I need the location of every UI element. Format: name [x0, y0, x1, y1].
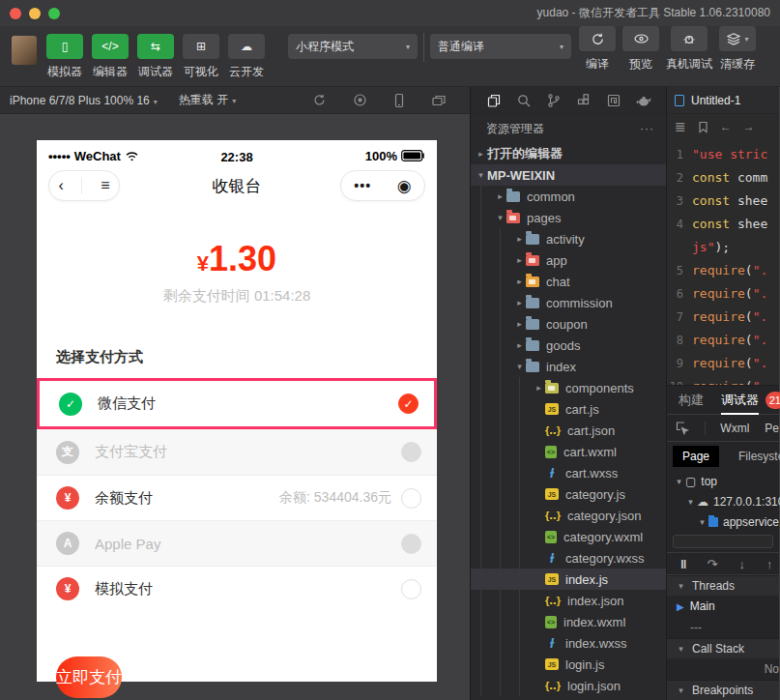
tree-item-MP-WEIXIN[interactable]: ▾MP-WEIXIN [471, 164, 666, 186]
code-line[interactable]: 5require(". [667, 259, 779, 282]
tree-item-index.js[interactable]: JSindex.js [471, 569, 666, 590]
tree-item-cart.json[interactable]: {‥}cart.json [471, 420, 666, 441]
more-actions-icon[interactable]: ··· [640, 122, 654, 135]
tree-item-components[interactable]: ▸components [471, 377, 666, 398]
tree-item-common[interactable]: ▸common [471, 186, 666, 207]
clear-cache-button[interactable]: ▾ 清缓存 [719, 26, 756, 73]
payment-method-row[interactable]: ¥模拟支付 [37, 566, 437, 611]
cloud-dev-button[interactable]: ☁云开发 [228, 34, 265, 80]
npm-panel-icon[interactable] [598, 93, 628, 108]
device-select[interactable]: iPhone 6/7/8 Plus 100% 16▾ [10, 94, 158, 107]
outline-icon[interactable]: ≣ [675, 119, 686, 134]
tree-item-index.wxss[interactable]: Ɨindex.wxss [471, 632, 666, 654]
pause-icon[interactable]: ‖ [680, 557, 685, 571]
tree-item-app[interactable]: ▸app [471, 249, 666, 271]
callstack-section-header[interactable]: ▾Call Stack [667, 638, 779, 658]
tree-item-pages[interactable]: ▾pages [471, 207, 666, 228]
minimize-window-button[interactable] [29, 8, 41, 19]
filter-input[interactable] [673, 535, 773, 548]
tree-item-category.js[interactable]: JScategory.js [471, 483, 666, 505]
code-line[interactable]: 6require(". [667, 282, 779, 306]
tree-item-index[interactable]: ▾index [471, 356, 666, 377]
code-line[interactable]: 9require(". [667, 352, 779, 375]
tab-untitled-1[interactable]: Untitled-1 [691, 94, 740, 107]
tree-item-goods[interactable]: ▸goods [471, 335, 666, 356]
files-icon[interactable] [478, 93, 508, 108]
visualization-button[interactable]: ⊞可视化 [183, 34, 219, 80]
tree-item-chat[interactable]: ▸chat [471, 271, 666, 292]
bookmark-icon[interactable] [698, 121, 708, 133]
subtab-performance[interactable]: Pe [765, 422, 779, 435]
extensions-icon[interactable] [568, 93, 598, 108]
payment-method-row[interactable]: 支支付宝支付 [37, 429, 437, 475]
nav-forward-icon[interactable]: → [743, 120, 755, 133]
refresh-icon[interactable] [312, 93, 327, 107]
tree-item-cart.js[interactable]: JScart.js [471, 398, 666, 420]
preview-button[interactable]: 预览 [622, 26, 659, 73]
step-into-icon[interactable]: ↓ [738, 557, 745, 571]
tree-item-login.js[interactable]: JSlogin.js [471, 654, 666, 675]
close-window-button[interactable] [10, 8, 21, 19]
nav-back-icon[interactable]: ← [720, 120, 732, 133]
code-line[interactable]: 8require(". [667, 329, 779, 352]
tree-item-index.json[interactable]: {‥}index.json [471, 590, 666, 611]
tree-item-打开的编辑器[interactable]: ▸打开的编辑器 [471, 143, 666, 164]
step-over-icon[interactable]: ↷ [707, 557, 717, 571]
payment-method-row[interactable]: ¥余额支付余额: 534404.36元 [37, 475, 437, 520]
compile-mode-select[interactable]: 普通编译 ▾ [430, 34, 571, 59]
pay-now-button[interactable]: 立即支付 [56, 656, 122, 698]
hot-reload-toggle[interactable]: 热重载 开▾ [179, 92, 236, 108]
tree-item-cart.wxml[interactable]: <>cart.wxml [471, 441, 666, 462]
search-icon[interactable] [508, 93, 538, 108]
payment-method-row[interactable]: ✓微信支付✓ [37, 378, 437, 429]
frame-top[interactable]: ▾ ▢ top [667, 471, 779, 491]
radio-unselected[interactable] [401, 488, 421, 509]
mode-select[interactable]: 小程序模式 ▾ [288, 34, 418, 59]
record-icon[interactable] [353, 93, 367, 107]
code-line[interactable]: 2const comm [667, 166, 779, 190]
tab-build[interactable]: 构建 [679, 392, 704, 409]
tree-item-category.json[interactable]: {‥}category.json [471, 505, 666, 526]
radio-selected[interactable]: ✓ [398, 394, 419, 414]
tree-item-index.wxml[interactable]: <>index.wxml [471, 611, 666, 632]
payment-method-row[interactable]: AApple Pay [37, 520, 437, 566]
code-line[interactable]: 1"use stric [667, 143, 779, 166]
tab-debugger[interactable]: 调试器 [721, 392, 759, 415]
tree-item-commission[interactable]: ▸commission [471, 292, 666, 313]
tree-item-category.wxml[interactable]: <>category.wxml [471, 526, 666, 547]
simulator-button[interactable]: ▯模拟器 [46, 34, 83, 80]
code-line[interactable]: 4const shee [667, 213, 779, 236]
code-line[interactable]: 7require(". [667, 306, 779, 329]
radio-unselected[interactable] [401, 579, 421, 599]
tree-item-category.wxss[interactable]: Ɨcategory.wxss [471, 547, 666, 569]
thread-main-row[interactable]: ▶ Main [667, 596, 779, 617]
frame-host[interactable]: ▾ ☁ 127.0.0.1:310 [667, 491, 779, 511]
editor-button[interactable]: </>编辑器 [92, 34, 129, 80]
compile-button[interactable]: 编译 [579, 26, 616, 73]
tree-item-login.json[interactable]: {‥}login.json [471, 675, 666, 696]
inspect-element-icon[interactable] [675, 421, 689, 435]
code-line[interactable]: 10require(". [667, 375, 779, 385]
tree-item-cart.wxss[interactable]: Ɨcart.wxss [471, 462, 666, 483]
step-out-icon[interactable]: ↑ [766, 557, 773, 571]
debugger-button[interactable]: ⇆调试器 [137, 34, 174, 80]
teapot-icon[interactable] [628, 94, 658, 107]
subtab-wxml[interactable]: Wxml [720, 422, 749, 435]
tab-page[interactable]: Page [673, 446, 719, 467]
code-line[interactable]: js"); [667, 236, 779, 259]
threads-section-header[interactable]: ▾Threads [667, 575, 779, 596]
folder-icon [526, 362, 539, 372]
device-debug-button[interactable]: 真机调试 [666, 26, 712, 73]
user-avatar[interactable] [12, 36, 37, 65]
tree-item-coupon[interactable]: ▸coupon [471, 313, 666, 335]
code-editor[interactable]: 1"use stric2const comm3const shee4const … [667, 139, 779, 385]
git-branch-icon[interactable] [538, 93, 568, 108]
zoom-window-button[interactable] [48, 8, 60, 19]
phone-icon[interactable] [393, 93, 405, 108]
tab-filesystem[interactable]: Filesystem [729, 446, 780, 467]
breakpoints-section-header[interactable]: ▾Breakpoints [667, 680, 779, 700]
frame-appservice[interactable]: ▾ appservice [667, 511, 779, 532]
tree-item-activity[interactable]: ▸activity [471, 228, 666, 249]
code-line[interactable]: 3const shee [667, 190, 779, 213]
multi-window-icon[interactable] [431, 94, 447, 107]
